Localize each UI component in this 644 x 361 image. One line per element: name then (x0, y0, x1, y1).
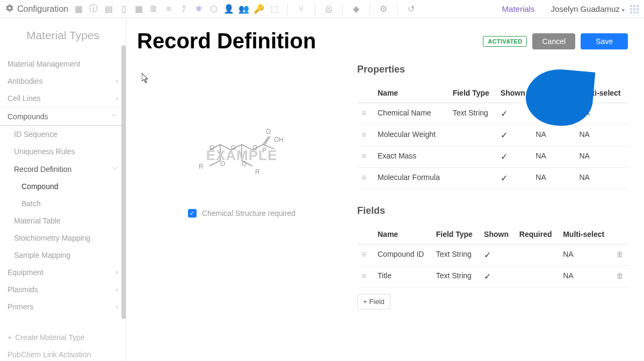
pin-icon[interactable]: ◎ (324, 4, 334, 14)
info-icon[interactable]: ⓘ (89, 4, 98, 14)
drag-handle-icon[interactable]: ≡ (357, 125, 373, 146)
user-menu[interactable]: Joselyn Guadamuz ▾ (551, 4, 625, 13)
grid-icon[interactable]: ▦ (134, 4, 143, 14)
col-field-type: Field Type (432, 225, 480, 244)
table-row: ≡ Compound ID Text String ✓ NA 🗑 (357, 244, 628, 266)
save-button[interactable]: Save (581, 33, 628, 49)
materials-link[interactable]: Materials (502, 4, 535, 13)
delete-row-button[interactable]: 🗑 (612, 266, 628, 287)
cell-shown[interactable]: ✓ (480, 266, 515, 287)
molecule-icon[interactable]: ⚛ (194, 4, 204, 14)
chevron-left-icon: ‹ (116, 77, 118, 85)
cell-name: Title (373, 266, 432, 287)
svg-text:R: R (255, 168, 260, 176)
doc-icon[interactable]: 🗎 (149, 4, 158, 14)
share-icon[interactable]: ⤴ (179, 4, 189, 14)
checkbox-label: Chemical Structure required (202, 209, 295, 218)
tag-icon[interactable]: ◆ (351, 4, 361, 14)
example-watermark: EXAMPLE (206, 147, 278, 164)
table-row: ≡ Exact Mass ✓ NA NA (357, 146, 628, 168)
page-title: Record Definition (137, 29, 316, 53)
drag-handle-icon[interactable]: ≡ (357, 103, 373, 125)
history-icon[interactable]: ↺ (406, 4, 416, 14)
sidebar-item-compound[interactable]: Compound (0, 178, 126, 195)
chevron-left-icon: ‹ (116, 95, 118, 102)
gear-icon (5, 4, 14, 15)
svg-text:R: R (199, 163, 204, 170)
sidebar-item-material-table[interactable]: Material Table (0, 212, 126, 229)
table-row: ≡ Title Text String ✓ NA 🗑 (357, 266, 628, 287)
sidebar-item-sample-mapping[interactable]: Sample Mapping (0, 247, 126, 264)
user-name: Joselyn Guadamuz (551, 4, 619, 13)
sidebar-item-material-management[interactable]: Material Management (0, 55, 126, 73)
chemical-structure-required-checkbox[interactable]: ✓ (188, 209, 197, 218)
main-content: Record Definition ACTIVATED Cancel Save … (126, 18, 644, 361)
cell-required: NA (531, 146, 575, 168)
sidebar-item-batch[interactable]: Batch (0, 195, 126, 212)
pubchem-link-activation-button[interactable]: PubChem Link Activation (0, 346, 126, 361)
cell-multiselect: NA (559, 244, 612, 266)
sidebar-item-plasmids[interactable]: Plasmids‹ (0, 281, 126, 298)
calendar-icon[interactable]: ▦ (74, 4, 83, 14)
svg-text:O: O (266, 128, 271, 135)
chevron-left-icon: ‹ (116, 303, 118, 311)
db-icon[interactable]: ≡ (164, 4, 173, 14)
sidebar-item-stoichiometry-mapping[interactable]: Stoichiometry Mapping (0, 229, 126, 247)
branch-icon[interactable]: ⑂ (296, 4, 306, 14)
drag-handle-icon[interactable]: ≡ (357, 266, 373, 287)
cell-shown[interactable]: ✓ (496, 168, 532, 189)
cell-shown[interactable]: ✓ (496, 125, 532, 146)
chevron-left-icon: ‹ (116, 286, 118, 293)
create-material-type-button[interactable]: +Create Material Type (0, 329, 126, 346)
col-name: Name (373, 83, 448, 103)
cell-shown[interactable]: ✓ (480, 244, 515, 266)
add-field-button[interactable]: + Field (357, 294, 390, 309)
sidebar-heading: Material Types (0, 29, 126, 42)
sidebar-item-cell-lines[interactable]: Cell Lines‹ (0, 90, 126, 107)
cell-field-type: Text String (432, 266, 480, 287)
box-icon[interactable]: ⬚ (269, 4, 279, 14)
people-icon[interactable]: 👥 (239, 4, 249, 14)
cell-field-type: Text String (432, 244, 480, 266)
chevron-down-icon: ﹀ (112, 112, 118, 121)
apps-grid-icon[interactable] (630, 5, 639, 13)
key-icon[interactable]: 🔑 (254, 4, 264, 14)
table-row: ≡ Molecular Weight ✓ NA NA (357, 125, 628, 146)
sidebar-item-record-definition[interactable]: Record Definition﹀ (0, 160, 126, 178)
delete-row-button[interactable]: 🗑 (612, 244, 628, 266)
cell-multiselect: NA (559, 266, 612, 287)
cell-required (515, 244, 559, 266)
caret-down-icon: ▾ (622, 7, 625, 13)
plus-icon: + (8, 333, 12, 342)
book-icon[interactable]: ▯ (119, 4, 128, 14)
cancel-button[interactable]: Cancel (532, 33, 575, 49)
sidebar-item-primers[interactable]: Primers‹ (0, 298, 126, 315)
activated-badge: ACTIVATED (483, 36, 527, 47)
cell-name: Exact Mass (373, 146, 448, 168)
cell-required (515, 266, 559, 287)
user-icon[interactable]: 👤 (224, 4, 234, 14)
sidebar-item-equipment[interactable]: Equipment‹ (0, 264, 126, 281)
drag-handle-icon[interactable]: ≡ (357, 244, 373, 266)
table-icon[interactable]: ▤ (104, 4, 113, 14)
col-multiselect: Multi-select (559, 225, 612, 244)
sidebar-item-uniqueness-rules[interactable]: Uniqueness Rules (0, 143, 126, 160)
cell-field-type (448, 168, 496, 189)
sidebar-item-antibodies[interactable]: Antibodies‹ (0, 73, 126, 90)
toolbar-icons: ▦ ⓘ ▤ ▯ ▦ 🗎 ≡ ⤴ ⚛ ⬡ 👤 👥 🔑 ⬚ ⑂ ◎ ◆ ⚙ ↺ (74, 3, 416, 15)
cell-required: NA (531, 125, 575, 146)
gears-icon[interactable]: ⚙ (379, 4, 388, 14)
svg-text:OH: OH (274, 136, 284, 143)
drag-handle-icon[interactable]: ≡ (357, 168, 373, 189)
sidebar-item-compounds[interactable]: Compounds﹀ (0, 107, 126, 126)
hex-icon[interactable]: ⬡ (209, 4, 219, 14)
cell-shown[interactable]: ✓ (496, 103, 532, 125)
sidebar-item-id-sequence[interactable]: ID Sequence (0, 126, 126, 143)
sidebar-scrollbar[interactable] (121, 45, 126, 319)
page-breadcrumb: Configuration (17, 4, 68, 14)
cell-multiselect: NA (575, 146, 628, 168)
drag-handle-icon[interactable]: ≡ (357, 146, 373, 168)
cell-shown[interactable]: ✓ (496, 146, 532, 168)
cell-required: NA (531, 168, 575, 189)
col-shown: Shown (480, 225, 515, 244)
